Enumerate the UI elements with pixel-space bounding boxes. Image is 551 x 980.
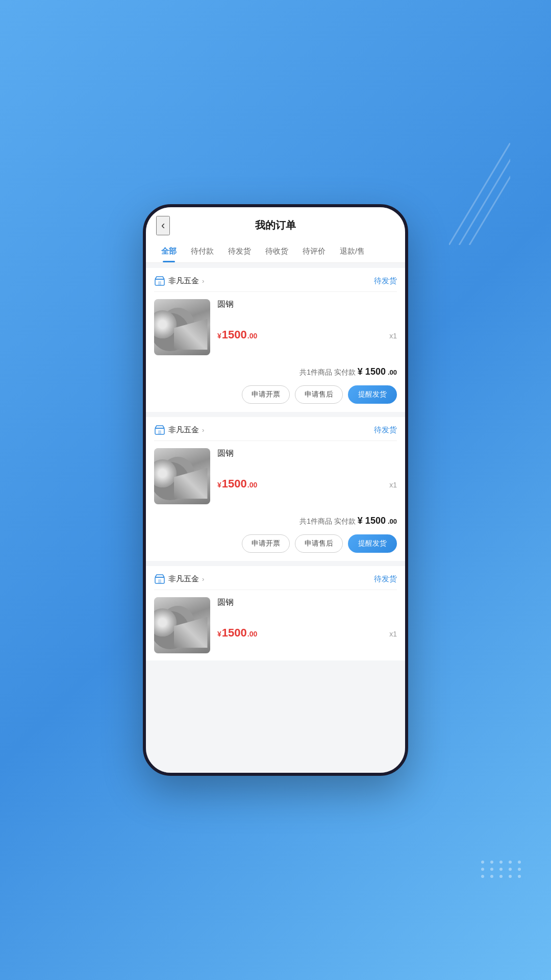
- product-price-row: ¥ 1500 .00 x1: [217, 611, 397, 640]
- order-list: 非凡五金 › 待发货 圆钢 ¥ 1500 .00: [146, 263, 405, 773]
- chevron-icon: ›: [202, 575, 204, 583]
- product-price-row: ¥ 1500 .00 x1: [217, 313, 397, 341]
- remind-ship-button[interactable]: 提醒发货: [348, 534, 397, 553]
- tab-bar: 全部 待付款 待发货 待收货 待评价 退款/售: [146, 240, 405, 263]
- svg-line-0: [449, 143, 510, 245]
- store-name: 非凡五金: [168, 425, 199, 435]
- store-name: 非凡五金: [168, 574, 199, 584]
- price-integer: 1500: [222, 328, 247, 341]
- phone-frame: ‹ 我的订单 全部 待付款 待发货 待收货 待评价 退款/售: [143, 204, 408, 776]
- price-symbol: ¥: [217, 332, 221, 340]
- tab-pending-ship[interactable]: 待发货: [221, 240, 258, 262]
- product-quantity: x1: [389, 481, 397, 489]
- product-row: 圆钢 ¥ 1500 .00 x1: [146, 441, 405, 511]
- product-row: 圆钢 ¥ 1500 .00 x1: [146, 292, 405, 362]
- summary-total: 共1件商品 实付款 ¥ 1500.00: [154, 366, 397, 377]
- aftersale-button[interactable]: 申请售后: [295, 385, 343, 404]
- order-summary: 共1件商品 实付款 ¥ 1500.00: [146, 362, 405, 383]
- svg-rect-4: [158, 281, 161, 285]
- svg-line-2: [469, 143, 510, 245]
- tab-refund[interactable]: 退款/售: [333, 240, 372, 262]
- price-integer: 1500: [222, 626, 247, 640]
- page-title: 我的订单: [255, 218, 296, 232]
- product-row: 圆钢 ¥ 1500 .00 x1: [146, 590, 405, 660]
- chevron-icon: ›: [202, 426, 204, 434]
- price-symbol: ¥: [217, 630, 221, 638]
- summary-total: 共1件商品 实付款 ¥ 1500.00: [154, 516, 397, 526]
- order-summary: 共1件商品 实付款 ¥ 1500.00: [146, 511, 405, 532]
- tab-pending-review[interactable]: 待评价: [295, 240, 333, 262]
- order-card: 非凡五金 › 待发货 圆钢 ¥ 1500 .00: [146, 268, 405, 412]
- summary-decimal: .00: [388, 518, 397, 525]
- store-icon: [154, 424, 165, 435]
- invoice-button[interactable]: 申请开票: [242, 534, 290, 553]
- page-header: ‹ 我的订单: [146, 207, 405, 240]
- product-image: [154, 299, 210, 355]
- back-button[interactable]: ‹: [156, 216, 170, 235]
- remind-ship-button[interactable]: 提醒发货: [348, 385, 397, 404]
- order-status: 待发货: [374, 425, 397, 435]
- store-info[interactable]: 非凡五金 ›: [154, 573, 204, 584]
- store-icon: [154, 573, 165, 584]
- order-header: 非凡五金 › 待发货: [146, 566, 405, 590]
- store-info[interactable]: 非凡五金 ›: [154, 424, 204, 435]
- product-quantity: x1: [389, 630, 397, 638]
- product-image: [154, 597, 210, 653]
- summary-prefix: 共1件商品 实付款: [299, 368, 356, 377]
- order-status: 待发货: [374, 276, 397, 286]
- store-icon: [154, 275, 165, 286]
- product-price: ¥ 1500 .00: [217, 328, 257, 341]
- order-header: 非凡五金 › 待发货: [146, 417, 405, 440]
- summary-amount: ¥ 1500: [358, 366, 386, 377]
- product-name: 圆钢: [217, 299, 397, 310]
- product-info: 圆钢 ¥ 1500 .00 x1: [217, 597, 397, 640]
- action-row: 申请开票 申请售后 提醒发货: [146, 383, 405, 412]
- svg-line-1: [459, 143, 510, 245]
- product-name: 圆钢: [217, 448, 397, 459]
- summary-decimal: .00: [388, 369, 397, 376]
- product-name: 圆钢: [217, 597, 397, 608]
- tab-pending-receive[interactable]: 待收货: [258, 240, 295, 262]
- tab-pending-pay[interactable]: 待付款: [184, 240, 221, 262]
- order-card: 非凡五金 › 待发货 圆钢 ¥ 1500 .00: [146, 417, 405, 561]
- price-decimal: .00: [247, 481, 257, 489]
- aftersale-button[interactable]: 申请售后: [295, 534, 343, 553]
- store-info[interactable]: 非凡五金 ›: [154, 275, 204, 286]
- price-decimal: .00: [247, 332, 257, 340]
- product-quantity: x1: [389, 332, 397, 340]
- action-row: 申请开票 申请售后 提醒发货: [146, 532, 405, 561]
- summary-amount: ¥ 1500: [358, 516, 386, 526]
- price-symbol: ¥: [217, 481, 221, 489]
- svg-rect-7: [158, 430, 161, 434]
- tab-all[interactable]: 全部: [154, 240, 184, 262]
- order-header: 非凡五金 › 待发货: [146, 268, 405, 291]
- order-status: 待发货: [374, 574, 397, 584]
- product-info: 圆钢 ¥ 1500 .00 x1: [217, 299, 397, 341]
- chevron-icon: ›: [202, 277, 204, 285]
- price-decimal: .00: [247, 630, 257, 638]
- store-name: 非凡五金: [168, 276, 199, 286]
- product-price: ¥ 1500 .00: [217, 477, 257, 491]
- product-info: 圆钢 ¥ 1500 .00 x1: [217, 448, 397, 491]
- svg-rect-10: [158, 579, 161, 583]
- price-integer: 1500: [222, 477, 247, 491]
- summary-prefix: 共1件商品 实付款: [299, 517, 356, 526]
- product-image: [154, 448, 210, 504]
- invoice-button[interactable]: 申请开票: [242, 385, 290, 404]
- order-card: 非凡五金 › 待发货 圆钢 ¥ 1500 .00: [146, 566, 405, 660]
- product-price: ¥ 1500 .00: [217, 626, 257, 640]
- product-price-row: ¥ 1500 .00 x1: [217, 462, 397, 491]
